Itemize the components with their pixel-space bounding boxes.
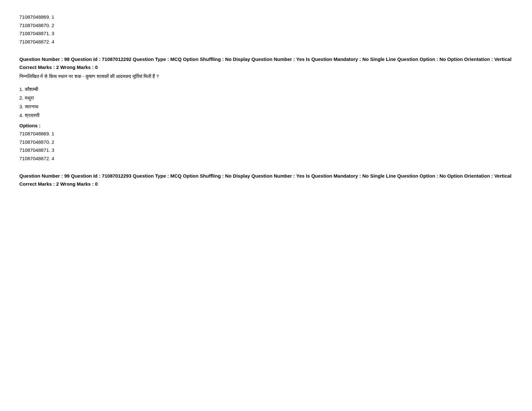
option-id-4: 71087048872. 4	[19, 154, 513, 163]
question-99-marks: Correct Marks : 2 Wrong Marks : 0	[19, 181, 513, 187]
question-98-block: Question Number : 98 Question Id : 71087…	[19, 55, 513, 162]
question-99-block: Question Number : 99 Question Id : 71087…	[19, 172, 513, 187]
answer-option-1: 1. कौशाम्बी	[19, 85, 513, 93]
answer-option-4: 4. श्रावस्ती	[19, 111, 513, 120]
options-label: Options :	[19, 123, 513, 128]
question-99-header: Question Number : 99 Question Id : 71087…	[19, 172, 513, 180]
option-id-1: 71087048869. 1	[19, 130, 513, 138]
top-option-4: 71087048872. 4	[19, 38, 513, 46]
question-98-marks: Correct Marks : 2 Wrong Marks : 0	[19, 64, 513, 70]
top-option-1: 71087048869. 1	[19, 13, 513, 21]
top-option-2: 71087048870. 2	[19, 21, 513, 30]
question-98-header: Question Number : 98 Question Id : 71087…	[19, 55, 513, 63]
option-id-2: 71087048870. 2	[19, 138, 513, 146]
top-option-3: 71087048871. 3	[19, 29, 513, 38]
answer-option-3: 3. सारनाथ	[19, 102, 513, 111]
top-options-section: 71087048869. 1 71087048870. 2 7108704887…	[19, 13, 513, 46]
question-98-text: निम्नलिखित में से किस स्थान पर शक - कुषा…	[19, 73, 513, 80]
answer-option-2: 2. मथुरा	[19, 93, 513, 102]
question-98-answer-options: 1. कौशाम्बी 2. मथुरा 3. सारनाथ 4. श्रावस…	[19, 85, 513, 120]
option-id-3: 71087048871. 3	[19, 146, 513, 154]
